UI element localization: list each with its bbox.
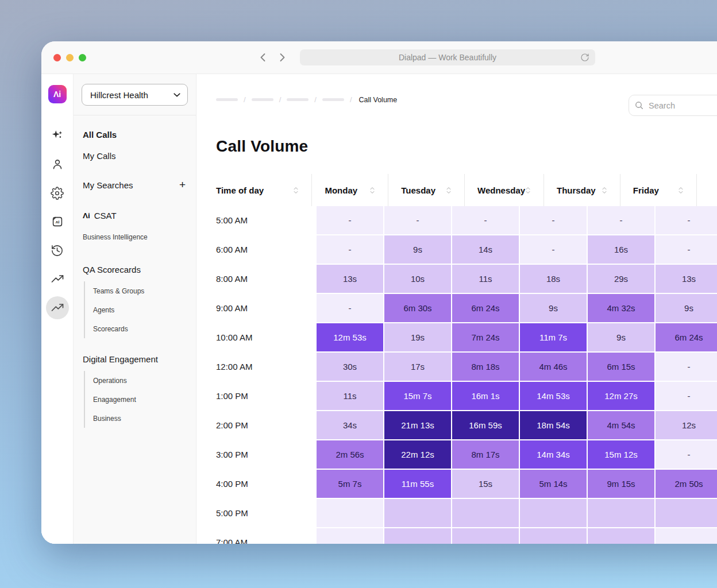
heatmap-cell[interactable]: - [520, 206, 587, 234]
column-header-monday[interactable]: Monday [311, 174, 388, 206]
heatmap-cell[interactable]: 10s [384, 265, 451, 293]
heatmap-cell[interactable]: 11m 55s [384, 470, 451, 498]
heatmap-cell[interactable]: - [656, 353, 717, 381]
heatmap-cell[interactable]: 9s [656, 294, 717, 322]
heatmap-cell[interactable]: - [656, 206, 717, 234]
column-header-time-of-day[interactable]: Time of day [216, 174, 311, 206]
heatmap-cell[interactable] [588, 528, 654, 544]
sidebar-item-teams-groups[interactable]: Teams & Groups [93, 281, 187, 300]
heatmap-cell[interactable]: 17s [384, 353, 451, 381]
heatmap-cell[interactable]: 7m 24s [452, 323, 519, 351]
heatmap-cell[interactable]: 9s [384, 235, 451, 264]
sidebar-item-csat[interactable]: Λi CSAT [83, 209, 187, 222]
heatmap-cell[interactable]: 34s [317, 411, 383, 439]
heatmap-cell[interactable]: - [452, 206, 519, 234]
heatmap-cell[interactable]: 15m 7s [384, 382, 451, 410]
heatmap-cell[interactable] [317, 528, 383, 544]
heatmap-cell[interactable]: 18m 54s [520, 411, 587, 439]
heatmap-cell[interactable] [317, 499, 383, 527]
rail-item-settings[interactable] [46, 181, 69, 204]
heatmap-cell[interactable]: 6m 24s [452, 294, 519, 322]
rail-item-ai-notes[interactable]: ʌi [46, 210, 69, 233]
back-button[interactable] [259, 52, 267, 63]
rail-item-ai-assistant[interactable] [46, 124, 69, 147]
heatmap-cell[interactable]: 14m 53s [520, 382, 587, 410]
add-search-button[interactable]: + [179, 179, 187, 191]
heatmap-cell[interactable]: 14m 34s [520, 440, 587, 469]
sidebar-item-agents[interactable]: Agents [93, 300, 187, 319]
heatmap-cell[interactable] [520, 499, 587, 527]
heatmap-cell[interactable] [452, 528, 519, 544]
heatmap-cell[interactable]: 12s [656, 411, 717, 439]
heatmap-cell[interactable]: 15m 12s [588, 440, 654, 469]
heatmap-cell[interactable] [656, 528, 717, 544]
heatmap-cell[interactable]: 16m 59s [452, 411, 519, 439]
heatmap-cell[interactable]: 21m 13s [384, 411, 451, 439]
heatmap-cell[interactable]: 15s [452, 470, 519, 498]
heatmap-cell[interactable] [588, 499, 654, 527]
heatmap-cell[interactable]: 9m 15s [588, 470, 654, 498]
heatmap-cell[interactable]: - [520, 235, 587, 264]
heatmap-cell[interactable] [384, 499, 451, 527]
heatmap-cell[interactable]: 9s [520, 294, 587, 322]
sidebar-item-business[interactable]: Business [93, 409, 187, 428]
heatmap-cell[interactable]: 5m 14s [520, 470, 587, 498]
heatmap-cell[interactable]: 19s [384, 323, 451, 351]
heatmap-cell[interactable]: 12m 27s [588, 382, 654, 410]
heatmap-cell[interactable]: 4m 32s [588, 294, 654, 322]
heatmap-cell[interactable]: 22m 12s [384, 440, 451, 469]
heatmap-cell[interactable]: 6m 30s [384, 294, 451, 322]
column-header-tuesday[interactable]: Tuesday [388, 174, 464, 206]
sidebar-item-all-calls[interactable]: All Calls [83, 128, 187, 141]
sidebar-item-enagagement[interactable]: Enagagement [93, 390, 187, 409]
heatmap-cell[interactable] [520, 528, 587, 544]
heatmap-cell[interactable]: - [317, 235, 383, 264]
heatmap-cell[interactable]: 14s [452, 235, 519, 264]
rail-item-analytics-active[interactable] [46, 296, 69, 319]
heatmap-cell[interactable] [656, 499, 717, 527]
rail-item-analytics[interactable] [46, 268, 69, 291]
heatmap-cell[interactable]: 4m 46s [520, 353, 587, 381]
heatmap-cell[interactable]: 9s [588, 323, 654, 351]
rail-item-history[interactable] [46, 239, 69, 262]
heatmap-cell[interactable]: - [317, 206, 383, 234]
heatmap-cell[interactable]: 6m 15s [588, 353, 654, 381]
workspace-selector[interactable]: Hillcrest Health [82, 84, 188, 106]
minimize-button[interactable] [66, 54, 74, 61]
heatmap-cell[interactable]: 6m 24s [656, 323, 717, 351]
heatmap-cell[interactable]: 11m 7s [520, 323, 587, 351]
heatmap-cell[interactable] [452, 499, 519, 527]
heatmap-cell[interactable]: 11s [452, 265, 519, 293]
sidebar-item-my-calls[interactable]: My Calls [83, 149, 187, 162]
sidebar-item-digital-engagement[interactable]: Digital Engagement [83, 353, 187, 365]
sidebar-item-business-intelligence[interactable]: Business Intelligence [83, 232, 187, 242]
heatmap-cell[interactable]: - [656, 235, 717, 264]
sidebar-item-operations[interactable]: Operations [93, 371, 187, 390]
sidebar-item-qa-scorecards[interactable]: QA Scorecards [83, 263, 187, 276]
close-button[interactable] [53, 54, 61, 61]
heatmap-cell[interactable]: 5m 7s [317, 470, 383, 498]
heatmap-cell[interactable]: - [656, 382, 717, 410]
heatmap-cell[interactable]: - [384, 206, 451, 234]
heatmap-cell[interactable]: 8m 17s [452, 440, 519, 469]
heatmap-cell[interactable]: 2m 56s [317, 440, 383, 469]
heatmap-cell[interactable]: - [656, 440, 717, 469]
heatmap-cell[interactable]: - [317, 294, 383, 322]
address-bar[interactable]: Dialpad — Work Beautifully [300, 49, 595, 65]
heatmap-cell[interactable]: 4m 54s [588, 411, 654, 439]
heatmap-cell[interactable]: 29s [588, 265, 654, 293]
forward-button[interactable] [278, 52, 286, 63]
column-header-friday[interactable]: Friday [620, 174, 696, 206]
search-box[interactable] [629, 95, 717, 116]
heatmap-cell[interactable]: 30s [317, 353, 383, 381]
heatmap-cell[interactable]: 16s [588, 235, 654, 264]
zoom-button[interactable] [79, 54, 86, 61]
reload-button[interactable] [580, 53, 589, 64]
heatmap-cell[interactable]: 12m 53s [317, 323, 383, 351]
heatmap-cell[interactable]: 13s [317, 265, 383, 293]
heatmap-cell[interactable]: 18s [520, 265, 587, 293]
heatmap-cell[interactable] [384, 528, 451, 544]
column-header-thursday[interactable]: Thursday [543, 174, 620, 206]
heatmap-cell[interactable]: 13s [656, 265, 717, 293]
sidebar-item-my-searches[interactable]: My Searches + [83, 179, 187, 191]
